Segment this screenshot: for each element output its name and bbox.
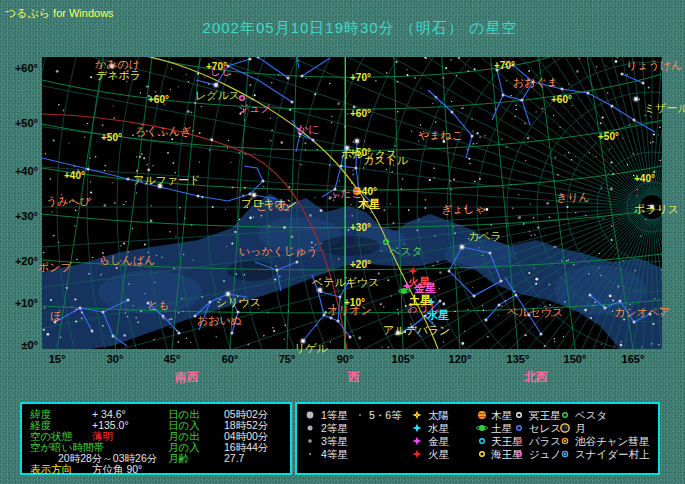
direction-label: 北西: [524, 371, 548, 383]
azimuth-label: 165°: [622, 354, 645, 365]
azimuth-label: 120°: [449, 354, 472, 365]
direction-label: 南西: [175, 371, 199, 383]
azimuth-label: 45°: [164, 354, 181, 365]
azimuth-label: 60°: [222, 354, 239, 365]
sky-decor: [42, 57, 662, 349]
azimuth-label: 135°: [507, 354, 530, 365]
legend-label: 5・6等: [369, 410, 402, 421]
comet2-icon: [557, 446, 573, 462]
info-label: 経度: [30, 420, 51, 431]
info-value: 20時28分～03時26分: [58, 453, 157, 464]
info-value: 27.7: [224, 453, 244, 464]
direction-label: 西: [348, 371, 360, 383]
info-label: 月齢: [168, 453, 189, 464]
azimuth-label: 15°: [49, 354, 66, 365]
info-value: 04時00分: [224, 431, 268, 442]
legend-label: 月: [575, 423, 586, 434]
legend-label: 太陽: [428, 410, 449, 421]
legend-label: ベスタ: [575, 410, 607, 421]
star-chart[interactable]: [42, 57, 662, 349]
info-value: + 34.6°: [92, 409, 126, 420]
azimuth-label: 105°: [392, 354, 415, 365]
azimuth-label: 30°: [107, 354, 124, 365]
legend-label: 水星: [428, 423, 449, 434]
legend-label: 火星: [428, 449, 449, 460]
legend-label: 木星: [491, 410, 512, 421]
jupiter-symbol: [353, 187, 361, 195]
info-label: 緯度: [30, 409, 51, 420]
info-label: 空が暗い時間帯: [30, 442, 104, 453]
legend-label: 池谷チャン彗星: [575, 436, 649, 447]
legend-label: 2等星: [321, 423, 348, 434]
altitude-label: ±0°: [4, 340, 38, 351]
legend-label: 1等星: [321, 410, 348, 421]
legend-label: 土星: [491, 423, 512, 434]
info-label: 日の入: [168, 420, 200, 431]
altitude-label: +20°: [4, 256, 38, 267]
legend-label: 4等星: [321, 449, 348, 460]
altitude-label: +30°: [4, 211, 38, 222]
mag4-icon: [302, 446, 318, 462]
info-panel: 緯度+ 34.6°経度+135.0°空の状態薄明空が暗い時間帯20時28分～03…: [20, 402, 292, 475]
info-value: 薄明: [92, 431, 113, 442]
info-label: 空の状態: [30, 431, 72, 442]
juno-icon: [511, 446, 527, 462]
azimuth-label: 75°: [279, 354, 296, 365]
mag56-icon: [352, 407, 368, 423]
info-value: 方位角 90°: [92, 464, 142, 475]
chart-title: 2002年05月10日19時30分 （明石） の星空: [80, 19, 640, 38]
altitude-label: +50°: [4, 118, 38, 129]
legend-label: 金星: [428, 436, 449, 447]
info-label: 表示方向: [30, 464, 72, 475]
info-value: 18時52分: [224, 420, 268, 431]
app-window: つるぷら for Windows 2002年05月10日19時30分 （明石） …: [0, 0, 685, 484]
legend-panel: 1等星2等星3等星4等星5・6等太陽水星金星火星木星土星天王星海王星冥王星セレス…: [295, 402, 660, 475]
info-label: 日の出: [168, 409, 200, 420]
mars-icon: [409, 446, 425, 462]
azimuth-label: 150°: [564, 354, 587, 365]
legend-label: スナイダー村上: [575, 449, 649, 460]
altitude-label: +40°: [4, 166, 38, 177]
neptune-icon: [474, 446, 490, 462]
legend-label: 3等星: [321, 436, 348, 447]
altitude-label: +10°: [4, 298, 38, 309]
info-value: 16時44分: [224, 442, 268, 453]
altitude-label: +60°: [4, 63, 38, 74]
info-label: 月の出: [168, 431, 200, 442]
azimuth-label: 90°: [337, 354, 354, 365]
info-label: 月の入: [168, 442, 200, 453]
info-value: 05時02分: [224, 409, 268, 420]
info-value: +135.0°: [92, 420, 129, 431]
legend-label: 冥王星: [529, 410, 561, 421]
